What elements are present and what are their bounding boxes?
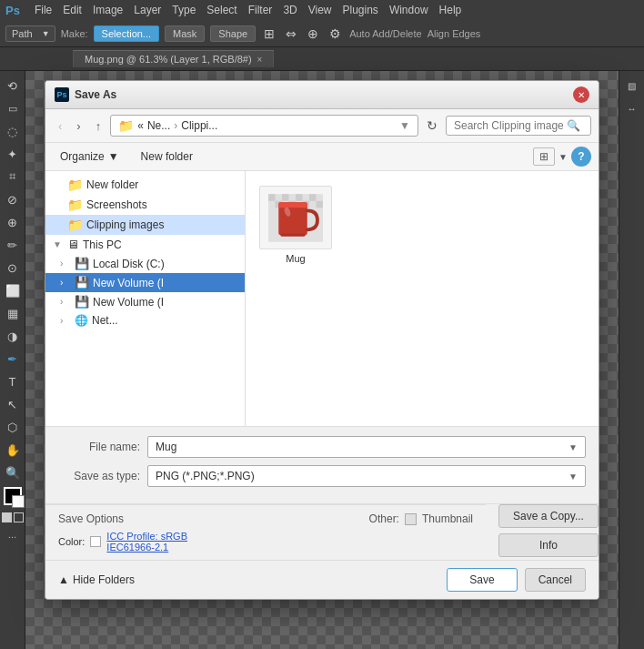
- tree-item-clipping[interactable]: 📁 Clipping images: [45, 215, 245, 235]
- tab-close-icon[interactable]: ×: [257, 55, 263, 65]
- tree-label: This PC: [83, 238, 122, 251]
- svg-rect-12: [281, 233, 306, 236]
- icc-profile-link[interactable]: ICC Profile: sRGBIEC61966-2.1: [106, 531, 187, 553]
- tree-item-thispc[interactable]: ▼ 🖥 This PC: [45, 235, 245, 254]
- tool-hand[interactable]: ✋: [2, 439, 24, 461]
- search-box[interactable]: 🔍: [446, 116, 591, 136]
- hide-folders-arrow: ▲: [58, 573, 69, 586]
- thumbnail-checkbox[interactable]: [405, 513, 417, 525]
- tool-path-select[interactable]: ↖: [2, 393, 24, 415]
- dialog-form: File name: ▼ Save as type: PNG (*.PNG;*.…: [45, 426, 599, 503]
- tabbar: Mug.png @ 61.3% (Layer 1, RGB/8#) ×: [0, 47, 644, 71]
- menu-3d[interactable]: 3D: [283, 4, 297, 16]
- help-button[interactable]: ?: [571, 147, 591, 167]
- menu-select[interactable]: Select: [206, 4, 236, 16]
- tool-shape[interactable]: ⬡: [2, 416, 24, 438]
- svg-rect-3: [296, 194, 303, 201]
- cancel-button[interactable]: Cancel: [525, 568, 586, 592]
- filetype-select-wrapper[interactable]: PNG (*.PNG;*.PNG) ▼: [147, 465, 586, 487]
- points-icon[interactable]: ⊕: [305, 26, 321, 41]
- tree-item-new-volume2[interactable]: › 💾 New Volume (I: [45, 292, 245, 311]
- file-item-mug[interactable]: Mug: [255, 180, 337, 269]
- hide-folders-button[interactable]: ▲ Hide Folders: [58, 573, 135, 586]
- tool-eyedropper[interactable]: ⊘: [2, 188, 24, 210]
- menu-view[interactable]: View: [308, 4, 332, 16]
- align-icon[interactable]: ⇔: [283, 26, 299, 41]
- new-folder-button[interactable]: New folder: [134, 147, 200, 166]
- menu-filter[interactable]: Filter: [248, 4, 273, 16]
- mask-mode[interactable]: [2, 512, 12, 522]
- search-icon: 🔍: [567, 119, 580, 132]
- settings-icon[interactable]: ⚙: [327, 26, 344, 41]
- tool-zoom[interactable]: 🔍: [2, 461, 24, 483]
- save-options: Save Options Color: ICC Profile: sRGBIEC…: [45, 504, 486, 560]
- foreground-color[interactable]: [4, 487, 22, 505]
- standard-mode[interactable]: [14, 512, 24, 522]
- panel-collapse[interactable]: ↔: [621, 97, 643, 119]
- other-row: Other: Thumbnail: [369, 512, 473, 525]
- path-dropdown[interactable]: Path ▼: [5, 25, 55, 42]
- menu-help[interactable]: Help: [439, 4, 462, 16]
- main-area: ⟲ ▭ ◌ ✦ ⌗ ⊘ ⊕ ✏ ⊙ ⬜ ▦ ◑ ✒ T ↖ ⬡ ✋ 🔍 …: [0, 71, 644, 649]
- organize-button[interactable]: Organize ▼: [53, 147, 126, 166]
- menu-window[interactable]: Window: [389, 4, 428, 16]
- tool-dodge[interactable]: ◑: [2, 325, 24, 347]
- view-button[interactable]: ⊞: [533, 147, 555, 166]
- selection-button[interactable]: Selection...: [94, 25, 159, 42]
- tool-select-rect[interactable]: ▭: [2, 97, 24, 119]
- menu-layer[interactable]: Layer: [134, 4, 161, 16]
- dialog-titlebar: Ps Save As ✕: [45, 81, 599, 109]
- menu-image[interactable]: Image: [93, 4, 123, 16]
- icc-checkbox[interactable]: [90, 536, 101, 547]
- info-button[interactable]: Info: [498, 533, 599, 557]
- ps-logo: Ps: [5, 4, 20, 17]
- file-name: Mug: [286, 253, 305, 264]
- menu-plugins[interactable]: Plugins: [343, 4, 378, 16]
- shape-button[interactable]: Shape: [210, 25, 256, 42]
- panel-layers[interactable]: ▧: [621, 75, 643, 96]
- breadcrumb[interactable]: 📁 « Ne... › Clippi... ▼: [110, 115, 418, 137]
- tree-item-local-disk[interactable]: › 💾 Local Disk (C:): [45, 254, 245, 273]
- menu-edit[interactable]: Edit: [63, 4, 82, 16]
- save-button[interactable]: Save: [447, 568, 517, 592]
- save-options-title: Save Options: [58, 512, 355, 525]
- view-dropdown-icon[interactable]: ▼: [558, 152, 568, 162]
- tool-eraser[interactable]: ⬜: [2, 279, 24, 301]
- breadcrumb-dropdown-icon[interactable]: ▼: [399, 119, 410, 132]
- tool-lasso[interactable]: ◌: [2, 120, 24, 142]
- tool-gradient[interactable]: ▦: [2, 302, 24, 324]
- nav-refresh-button[interactable]: ↻: [422, 117, 442, 135]
- tree-item-new-volume1[interactable]: › 💾 New Volume (I: [45, 273, 245, 292]
- tool-type[interactable]: T: [2, 370, 24, 392]
- tool-crop[interactable]: ⌗: [2, 166, 24, 188]
- extra-tools[interactable]: …: [2, 523, 24, 545]
- tool-clone[interactable]: ⊙: [2, 257, 24, 279]
- mug-image: [268, 193, 323, 243]
- filetype-row: Save as type: PNG (*.PNG;*.PNG) ▼: [58, 465, 586, 487]
- filename-input[interactable]: [156, 441, 569, 453]
- nav-up-button[interactable]: ↑: [90, 117, 107, 136]
- nav-forward-button[interactable]: ›: [71, 117, 86, 136]
- tool-heal[interactable]: ⊕: [2, 211, 24, 233]
- active-tab[interactable]: Mug.png @ 61.3% (Layer 1, RGB/8#) ×: [73, 50, 274, 67]
- dialog-nav: ‹ › ↑ 📁 « Ne... › Clippi... ▼ ↻ 🔍: [45, 109, 599, 143]
- tool-pen[interactable]: ✒: [2, 348, 24, 370]
- tree-item-screenshots[interactable]: 📁 Screenshots: [45, 195, 245, 215]
- menu-type[interactable]: Type: [172, 4, 196, 16]
- tree-item-network[interactable]: › 🌐 Net...: [45, 311, 245, 330]
- filename-input-wrapper[interactable]: ▼: [147, 436, 586, 458]
- toolbar: Path ▼ Make: Selection... Mask Shape ⊞ ⇔…: [0, 20, 644, 47]
- tool-brush[interactable]: ✏: [2, 234, 24, 256]
- drive-icon: 💾: [75, 257, 89, 270]
- tool-move[interactable]: ⟲: [2, 75, 24, 96]
- search-input[interactable]: [454, 119, 563, 132]
- nav-back-button[interactable]: ‹: [53, 117, 67, 136]
- menu-file[interactable]: File: [35, 4, 52, 16]
- filetype-value: PNG (*.PNG;*.PNG): [156, 470, 255, 482]
- mask-button[interactable]: Mask: [165, 25, 205, 42]
- save-copy-button[interactable]: Save a Copy...: [498, 504, 599, 528]
- tool-magic[interactable]: ✦: [2, 143, 24, 165]
- dialog-close-button[interactable]: ✕: [573, 86, 589, 103]
- transform-icon[interactable]: ⊞: [261, 26, 277, 41]
- tree-item-new-folder[interactable]: 📁 New folder: [45, 175, 245, 195]
